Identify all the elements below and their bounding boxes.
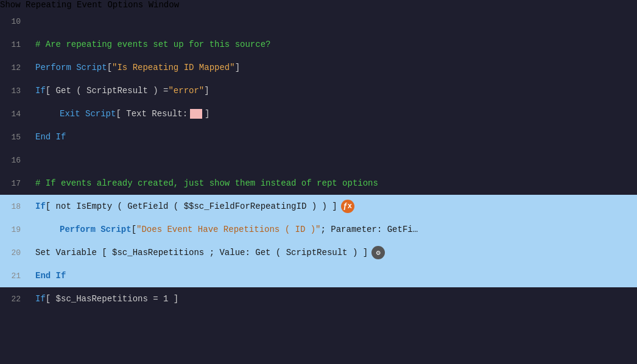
code-line: 17# If events already created, just show… bbox=[0, 172, 637, 195]
token-hdefault: ; Parameter: GetFi… bbox=[320, 225, 418, 234]
line-number: 14 bbox=[0, 110, 30, 119]
line-number: 22 bbox=[0, 295, 30, 304]
fx-icon[interactable]: ƒx bbox=[341, 200, 354, 213]
line-content: End If bbox=[30, 271, 66, 281]
token-string: "Is Repeating ID Mapped" bbox=[112, 63, 235, 72]
code-line: 19Perform Script [ "Does Event Have Repe… bbox=[0, 218, 637, 241]
token-comment: # If events already created, just show t… bbox=[35, 178, 378, 188]
token-default: [ $sc_HasRepetitions = 1 ] bbox=[46, 294, 178, 304]
token-keyword: End If bbox=[35, 132, 66, 142]
token-default: ] bbox=[205, 109, 209, 119]
line-number: 12 bbox=[0, 63, 30, 72]
gear-icon[interactable]: ⚙ bbox=[371, 246, 385, 259]
line-content: Perform Script [ "Does Event Have Repeti… bbox=[30, 225, 418, 234]
token-default: ] bbox=[204, 86, 209, 96]
red-box bbox=[190, 109, 202, 119]
token-keyword: Exit Script bbox=[60, 109, 116, 119]
token-keyword: If bbox=[35, 294, 46, 304]
line-number: 17 bbox=[0, 179, 30, 188]
code-line: 18If [ not IsEmpty ( GetField ( $$sc_Fie… bbox=[0, 195, 637, 218]
line-content: If [ Get ( ScriptResult ) = "error" ] bbox=[30, 86, 209, 96]
line-content: Perform Script [ "Is Repeating ID Mapped… bbox=[30, 63, 240, 72]
token-hstring: "Does Event Have Repetitions ( ID )" bbox=[136, 225, 320, 234]
code-line: 16 bbox=[0, 149, 637, 172]
line-number: 20 bbox=[0, 248, 30, 257]
window-title: Show Repeating Event Options Window bbox=[0, 0, 179, 10]
line-number: 18 bbox=[0, 202, 30, 211]
line-number: 11 bbox=[0, 40, 30, 49]
line-content: Set Variable [ $sc_HasRepetitions ; Valu… bbox=[30, 246, 385, 259]
title-bar: Show Repeating Event Options Window bbox=[0, 0, 637, 10]
code-area: 1011# Are repeating events set up for th… bbox=[0, 10, 637, 353]
line-content: If [ $sc_HasRepetitions = 1 ] bbox=[30, 294, 178, 304]
token-hkeyword: End If bbox=[35, 271, 66, 281]
token-default: [ Text Result: bbox=[116, 109, 188, 119]
code-line: 12Perform Script [ "Is Repeating ID Mapp… bbox=[0, 56, 637, 79]
code-line: 14Exit Script [ Text Result:] bbox=[0, 102, 637, 125]
line-content: End If bbox=[30, 132, 66, 142]
token-string: "error" bbox=[168, 86, 204, 96]
token-comment: # Are repeating events set up for this s… bbox=[35, 40, 270, 49]
token-default: [ bbox=[107, 63, 112, 72]
line-content: # If events already created, just show t… bbox=[30, 178, 378, 188]
line-content: # Are repeating events set up for this s… bbox=[30, 40, 270, 49]
line-content: If [ not IsEmpty ( GetField ( $$sc_Field… bbox=[30, 200, 354, 213]
code-line: 13If [ Get ( ScriptResult ) = "error" ] bbox=[0, 79, 637, 102]
token-hdefault: [ bbox=[132, 225, 136, 234]
token-hkeyword: If bbox=[35, 201, 46, 211]
line-number: 21 bbox=[0, 271, 30, 281]
line-number: 16 bbox=[0, 156, 30, 165]
line-number: 13 bbox=[0, 86, 30, 96]
line-number: 19 bbox=[0, 225, 30, 234]
token-hdefault: [ not IsEmpty ( GetField ( $$sc_FieldFor… bbox=[46, 201, 337, 211]
token-keyword: Perform Script bbox=[35, 63, 107, 72]
token-hkeyword: Perform Script bbox=[60, 225, 132, 234]
code-line: 22If [ $sc_HasRepetitions = 1 ] bbox=[0, 287, 637, 310]
token-default: [ Get ( ScriptResult ) = bbox=[46, 86, 169, 96]
line-content: Exit Script [ Text Result:] bbox=[30, 109, 209, 119]
line-number: 15 bbox=[0, 133, 30, 142]
line-number: 10 bbox=[0, 17, 30, 26]
code-line: 21End If bbox=[0, 264, 637, 287]
code-line: 10 bbox=[0, 10, 637, 33]
token-default: ] bbox=[235, 63, 240, 72]
code-line: 11# Are repeating events set up for this… bbox=[0, 33, 637, 56]
token-keyword: If bbox=[35, 86, 46, 96]
code-line: 20 Set Variable [ $sc_HasRepetitions ; V… bbox=[0, 241, 637, 264]
token-hdefault: Set Variable [ $sc_HasRepetitions ; Valu… bbox=[35, 248, 368, 257]
code-line: 15End If bbox=[0, 125, 637, 149]
